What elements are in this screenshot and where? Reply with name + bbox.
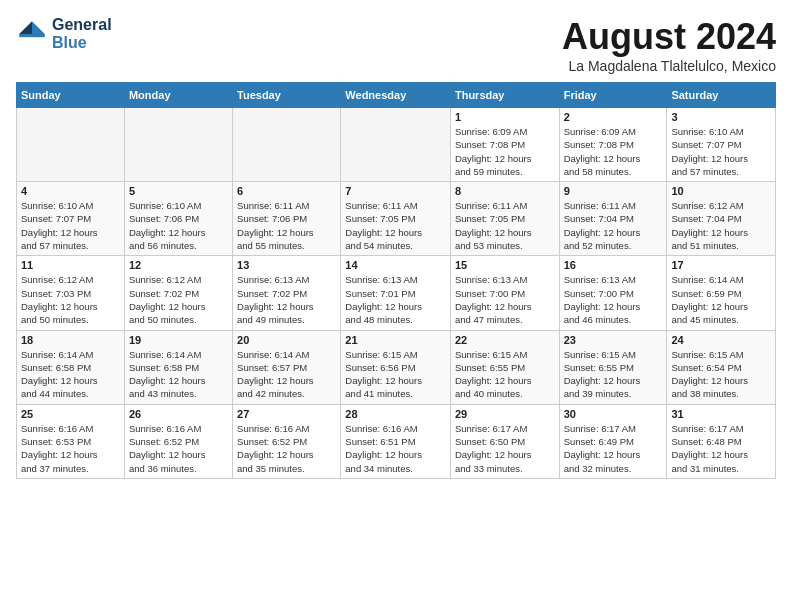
- calendar-cell: 19Sunrise: 6:14 AM Sunset: 6:58 PM Dayli…: [124, 330, 232, 404]
- calendar-cell: 20Sunrise: 6:14 AM Sunset: 6:57 PM Dayli…: [233, 330, 341, 404]
- weekday-header-saturday: Saturday: [667, 83, 776, 108]
- logo-icon: [16, 18, 48, 50]
- day-number: 28: [345, 408, 446, 420]
- calendar-cell: 10Sunrise: 6:12 AM Sunset: 7:04 PM Dayli…: [667, 182, 776, 256]
- calendar-cell: 3Sunrise: 6:10 AM Sunset: 7:07 PM Daylig…: [667, 108, 776, 182]
- day-info: Sunrise: 6:09 AM Sunset: 7:08 PM Dayligh…: [455, 125, 555, 178]
- location-subtitle: La Magdalena Tlaltelulco, Mexico: [562, 58, 776, 74]
- day-info: Sunrise: 6:12 AM Sunset: 7:02 PM Dayligh…: [129, 273, 228, 326]
- logo-text: General Blue: [52, 16, 112, 51]
- title-area: August 2024 La Magdalena Tlaltelulco, Me…: [562, 16, 776, 74]
- calendar-cell: 23Sunrise: 6:15 AM Sunset: 6:55 PM Dayli…: [559, 330, 667, 404]
- day-info: Sunrise: 6:11 AM Sunset: 7:06 PM Dayligh…: [237, 199, 336, 252]
- day-info: Sunrise: 6:13 AM Sunset: 7:01 PM Dayligh…: [345, 273, 446, 326]
- day-number: 19: [129, 334, 228, 346]
- calendar-cell: 11Sunrise: 6:12 AM Sunset: 7:03 PM Dayli…: [17, 256, 125, 330]
- day-number: 7: [345, 185, 446, 197]
- calendar-cell: 26Sunrise: 6:16 AM Sunset: 6:52 PM Dayli…: [124, 404, 232, 478]
- month-year-title: August 2024: [562, 16, 776, 58]
- weekday-header-tuesday: Tuesday: [233, 83, 341, 108]
- calendar-week-row: 1Sunrise: 6:09 AM Sunset: 7:08 PM Daylig…: [17, 108, 776, 182]
- day-info: Sunrise: 6:10 AM Sunset: 7:06 PM Dayligh…: [129, 199, 228, 252]
- day-info: Sunrise: 6:16 AM Sunset: 6:51 PM Dayligh…: [345, 422, 446, 475]
- calendar-cell: 27Sunrise: 6:16 AM Sunset: 6:52 PM Dayli…: [233, 404, 341, 478]
- day-number: 27: [237, 408, 336, 420]
- day-number: 16: [564, 259, 663, 271]
- calendar-cell: 7Sunrise: 6:11 AM Sunset: 7:05 PM Daylig…: [341, 182, 451, 256]
- day-number: 3: [671, 111, 771, 123]
- calendar-cell: 28Sunrise: 6:16 AM Sunset: 6:51 PM Dayli…: [341, 404, 451, 478]
- calendar-week-row: 18Sunrise: 6:14 AM Sunset: 6:58 PM Dayli…: [17, 330, 776, 404]
- calendar-cell: 4Sunrise: 6:10 AM Sunset: 7:07 PM Daylig…: [17, 182, 125, 256]
- calendar-cell: [17, 108, 125, 182]
- svg-marker-1: [32, 21, 45, 34]
- day-info: Sunrise: 6:17 AM Sunset: 6:50 PM Dayligh…: [455, 422, 555, 475]
- day-info: Sunrise: 6:16 AM Sunset: 6:52 PM Dayligh…: [129, 422, 228, 475]
- day-number: 8: [455, 185, 555, 197]
- day-number: 20: [237, 334, 336, 346]
- day-number: 6: [237, 185, 336, 197]
- svg-rect-3: [19, 34, 45, 37]
- svg-marker-2: [19, 21, 32, 34]
- day-info: Sunrise: 6:10 AM Sunset: 7:07 PM Dayligh…: [671, 125, 771, 178]
- day-info: Sunrise: 6:14 AM Sunset: 6:57 PM Dayligh…: [237, 348, 336, 401]
- day-number: 23: [564, 334, 663, 346]
- day-info: Sunrise: 6:14 AM Sunset: 6:58 PM Dayligh…: [21, 348, 120, 401]
- day-number: 31: [671, 408, 771, 420]
- day-number: 26: [129, 408, 228, 420]
- calendar-cell: 18Sunrise: 6:14 AM Sunset: 6:58 PM Dayli…: [17, 330, 125, 404]
- day-info: Sunrise: 6:13 AM Sunset: 7:02 PM Dayligh…: [237, 273, 336, 326]
- weekday-header-thursday: Thursday: [450, 83, 559, 108]
- calendar-cell: 31Sunrise: 6:17 AM Sunset: 6:48 PM Dayli…: [667, 404, 776, 478]
- day-number: 2: [564, 111, 663, 123]
- calendar-week-row: 4Sunrise: 6:10 AM Sunset: 7:07 PM Daylig…: [17, 182, 776, 256]
- calendar-cell: 30Sunrise: 6:17 AM Sunset: 6:49 PM Dayli…: [559, 404, 667, 478]
- calendar-cell: 14Sunrise: 6:13 AM Sunset: 7:01 PM Dayli…: [341, 256, 451, 330]
- calendar-cell: [233, 108, 341, 182]
- day-info: Sunrise: 6:17 AM Sunset: 6:48 PM Dayligh…: [671, 422, 771, 475]
- day-info: Sunrise: 6:15 AM Sunset: 6:55 PM Dayligh…: [564, 348, 663, 401]
- logo: General Blue: [16, 16, 112, 51]
- day-number: 13: [237, 259, 336, 271]
- day-number: 5: [129, 185, 228, 197]
- day-info: Sunrise: 6:17 AM Sunset: 6:49 PM Dayligh…: [564, 422, 663, 475]
- calendar-cell: 5Sunrise: 6:10 AM Sunset: 7:06 PM Daylig…: [124, 182, 232, 256]
- day-number: 14: [345, 259, 446, 271]
- calendar-cell: 12Sunrise: 6:12 AM Sunset: 7:02 PM Dayli…: [124, 256, 232, 330]
- calendar-cell: 25Sunrise: 6:16 AM Sunset: 6:53 PM Dayli…: [17, 404, 125, 478]
- weekday-header-sunday: Sunday: [17, 83, 125, 108]
- day-info: Sunrise: 6:16 AM Sunset: 6:52 PM Dayligh…: [237, 422, 336, 475]
- day-info: Sunrise: 6:14 AM Sunset: 6:58 PM Dayligh…: [129, 348, 228, 401]
- day-info: Sunrise: 6:12 AM Sunset: 7:04 PM Dayligh…: [671, 199, 771, 252]
- calendar-cell: 6Sunrise: 6:11 AM Sunset: 7:06 PM Daylig…: [233, 182, 341, 256]
- day-info: Sunrise: 6:14 AM Sunset: 6:59 PM Dayligh…: [671, 273, 771, 326]
- day-info: Sunrise: 6:10 AM Sunset: 7:07 PM Dayligh…: [21, 199, 120, 252]
- day-info: Sunrise: 6:11 AM Sunset: 7:04 PM Dayligh…: [564, 199, 663, 252]
- day-number: 10: [671, 185, 771, 197]
- calendar-cell: 17Sunrise: 6:14 AM Sunset: 6:59 PM Dayli…: [667, 256, 776, 330]
- calendar-cell: 24Sunrise: 6:15 AM Sunset: 6:54 PM Dayli…: [667, 330, 776, 404]
- calendar-cell: 29Sunrise: 6:17 AM Sunset: 6:50 PM Dayli…: [450, 404, 559, 478]
- day-number: 25: [21, 408, 120, 420]
- day-number: 11: [21, 259, 120, 271]
- calendar-cell: 8Sunrise: 6:11 AM Sunset: 7:05 PM Daylig…: [450, 182, 559, 256]
- day-number: 17: [671, 259, 771, 271]
- day-number: 22: [455, 334, 555, 346]
- day-info: Sunrise: 6:15 AM Sunset: 6:56 PM Dayligh…: [345, 348, 446, 401]
- day-number: 1: [455, 111, 555, 123]
- weekday-header-row: SundayMondayTuesdayWednesdayThursdayFrid…: [17, 83, 776, 108]
- day-info: Sunrise: 6:15 AM Sunset: 6:55 PM Dayligh…: [455, 348, 555, 401]
- calendar-cell: [341, 108, 451, 182]
- day-number: 18: [21, 334, 120, 346]
- calendar-cell: 2Sunrise: 6:09 AM Sunset: 7:08 PM Daylig…: [559, 108, 667, 182]
- day-number: 30: [564, 408, 663, 420]
- weekday-header-monday: Monday: [124, 83, 232, 108]
- day-number: 21: [345, 334, 446, 346]
- calendar-cell: 22Sunrise: 6:15 AM Sunset: 6:55 PM Dayli…: [450, 330, 559, 404]
- weekday-header-wednesday: Wednesday: [341, 83, 451, 108]
- calendar-week-row: 11Sunrise: 6:12 AM Sunset: 7:03 PM Dayli…: [17, 256, 776, 330]
- day-number: 9: [564, 185, 663, 197]
- calendar-cell: 15Sunrise: 6:13 AM Sunset: 7:00 PM Dayli…: [450, 256, 559, 330]
- calendar-table: SundayMondayTuesdayWednesdayThursdayFrid…: [16, 82, 776, 479]
- day-info: Sunrise: 6:15 AM Sunset: 6:54 PM Dayligh…: [671, 348, 771, 401]
